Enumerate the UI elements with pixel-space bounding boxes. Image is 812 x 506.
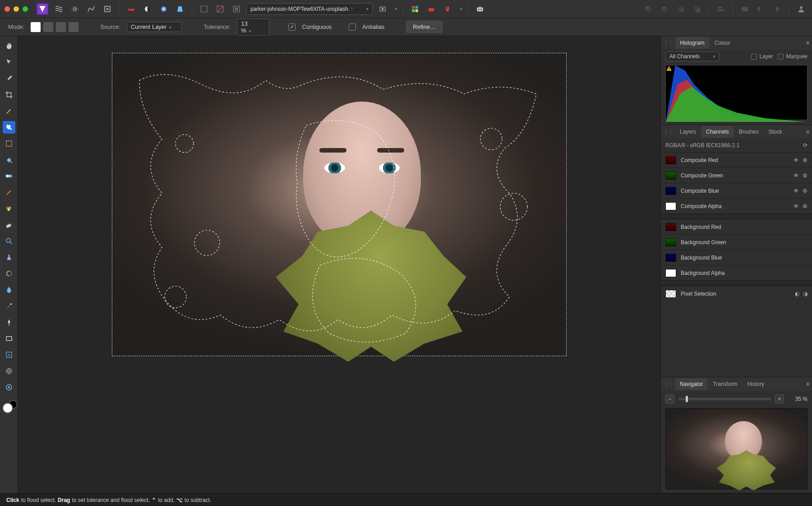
selection-invert-icon[interactable]: ◑ (803, 291, 807, 297)
channel-background-red[interactable]: Background Red (661, 219, 812, 234)
adjustment-bw-icon[interactable] (141, 3, 154, 15)
close-window[interactable] (5, 6, 10, 12)
panel-menu-icon[interactable]: ≡ (806, 381, 809, 387)
tool-flood-fill-icon[interactable] (3, 153, 15, 166)
tool-hand-icon[interactable] (3, 40, 15, 52)
tab-layers[interactable]: Layers (675, 126, 701, 138)
assistant-icon[interactable] (474, 3, 486, 15)
record-macro-icon[interactable] (376, 3, 389, 15)
adjustment-hue-icon[interactable] (157, 3, 170, 15)
persona-photo-icon[interactable] (36, 3, 49, 15)
tool-crop-icon[interactable] (3, 88, 15, 101)
mode-new[interactable] (31, 22, 41, 32)
zoom-slider[interactable] (678, 398, 771, 400)
panel-menu-icon[interactable]: ≡ (806, 40, 809, 46)
persona-tone-icon[interactable] (85, 3, 97, 15)
arrange-backward-icon[interactable] (658, 3, 671, 15)
tool-marquee-icon[interactable] (3, 137, 15, 150)
canvas-area[interactable] (18, 36, 660, 493)
tool-flood-select-icon[interactable] (3, 121, 15, 134)
arrange-front-icon[interactable] (691, 3, 703, 15)
colour-swatches[interactable] (2, 401, 16, 414)
hist-layer-checkbox[interactable]: Layer (751, 53, 773, 60)
channel-background-blue[interactable]: Background Blue (661, 250, 812, 265)
edit-icon[interactable]: ⚙ (803, 188, 807, 194)
tab-histogram[interactable]: Histogram (675, 37, 709, 49)
deselect-icon[interactable] (214, 3, 226, 15)
histogram-channel-select[interactable]: All Channels▾ (665, 51, 720, 61)
geometry-intersect-icon[interactable] (771, 3, 784, 15)
select-all-icon[interactable] (198, 3, 210, 15)
visibility-icon[interactable]: 👁 (794, 203, 799, 209)
channel-composite-red[interactable]: Composite Red👁⚙ (661, 152, 812, 167)
visibility-icon[interactable]: 👁 (794, 157, 799, 163)
panel-grip-icon[interactable]: ⋮⋮ (664, 129, 673, 135)
geometry-add-icon[interactable] (738, 3, 751, 15)
hist-marquee-checkbox[interactable]: Marquee (778, 53, 807, 60)
channel-background-green[interactable]: Background Green (661, 234, 812, 250)
maximize-window[interactable] (23, 6, 28, 12)
channel-pixel-selection[interactable]: Pixel Selection◐◑ (661, 286, 812, 301)
tool-view-icon[interactable] (3, 381, 15, 394)
snapping-icon[interactable] (441, 3, 454, 15)
persona-liquify-icon[interactable] (52, 3, 65, 15)
channel-background-alpha[interactable]: Background Alpha (661, 265, 812, 280)
tolerance-input[interactable]: 13 %▾ (237, 19, 269, 36)
visibility-icon[interactable]: 👁 (794, 188, 799, 194)
source-select[interactable]: Current Layer▾ (127, 22, 182, 32)
channel-composite-alpha[interactable]: Composite Alpha👁⚙ (661, 198, 812, 214)
selection-mask-icon[interactable]: ◐ (795, 291, 799, 297)
tab-history[interactable]: History (743, 378, 769, 390)
tool-paintbrush-icon[interactable] (3, 186, 15, 199)
auto-levels-icon[interactable] (174, 3, 186, 15)
mode-add[interactable] (43, 22, 53, 32)
tool-selection-brush-icon[interactable] (3, 105, 15, 117)
persona-develop-icon[interactable] (69, 3, 81, 15)
arrange-back-icon[interactable] (642, 3, 655, 15)
geometry-subtract-icon[interactable] (755, 3, 767, 15)
navigator-thumbnail[interactable] (665, 408, 807, 489)
refine-button[interactable]: Refine… (406, 21, 443, 33)
icc-icon[interactable] (125, 3, 138, 15)
tool-colour-picker-icon[interactable] (3, 72, 15, 85)
persona-export-icon[interactable] (101, 3, 114, 15)
zoom-in-button[interactable]: + (775, 395, 784, 404)
panel-menu-icon[interactable]: ≡ (806, 129, 809, 135)
panel-grip-icon[interactable]: ⋮⋮ (664, 381, 673, 387)
account-icon[interactable] (795, 3, 807, 15)
panel-grip-icon[interactable]: ⋮⋮ (664, 40, 673, 46)
arrange-forward-icon[interactable] (674, 3, 687, 15)
document-canvas[interactable] (112, 53, 566, 356)
tool-inpaint-icon[interactable] (3, 300, 15, 312)
tool-move-icon[interactable] (3, 56, 15, 69)
tool-mesh-icon[interactable] (3, 365, 15, 377)
tab-stock[interactable]: Stock (764, 126, 787, 138)
dropdown-icon[interactable]: ▾ (395, 7, 397, 11)
mode-intersect[interactable] (69, 22, 78, 32)
tool-text-icon[interactable]: A (3, 348, 15, 361)
edit-icon[interactable]: ⚙ (803, 172, 807, 179)
contiguous-checkbox[interactable]: ✓ (288, 23, 295, 31)
tool-gradient-icon[interactable] (3, 170, 15, 182)
mode-subtract[interactable] (56, 22, 66, 32)
fill-colour-icon[interactable] (425, 3, 438, 15)
tool-dodge-icon[interactable] (3, 267, 15, 280)
tool-rectangle-icon[interactable] (3, 332, 15, 345)
dropdown-icon[interactable]: ▾ (460, 7, 462, 11)
tool-blur-icon[interactable] (3, 283, 15, 296)
tab-brushes[interactable]: Brushes (734, 126, 763, 138)
tab-colour[interactable]: Colour (710, 37, 735, 49)
tool-eraser-icon[interactable] (3, 218, 15, 231)
antialias-checkbox[interactable] (349, 23, 356, 31)
swatches-icon[interactable] (409, 3, 421, 15)
channel-composite-green[interactable]: Composite Green👁⚙ (661, 167, 812, 183)
edit-icon[interactable]: ⚙ (803, 157, 807, 163)
refresh-icon[interactable]: ⟳ (803, 142, 807, 149)
tab-navigator[interactable]: Navigator (675, 378, 707, 390)
tool-zoom-icon[interactable] (3, 235, 15, 247)
minimize-window[interactable] (14, 6, 19, 12)
visibility-icon[interactable]: 👁 (794, 172, 799, 179)
edit-icon[interactable]: ⚙ (803, 203, 807, 209)
align-icon[interactable] (715, 3, 727, 15)
zoom-out-button[interactable]: − (665, 395, 674, 404)
